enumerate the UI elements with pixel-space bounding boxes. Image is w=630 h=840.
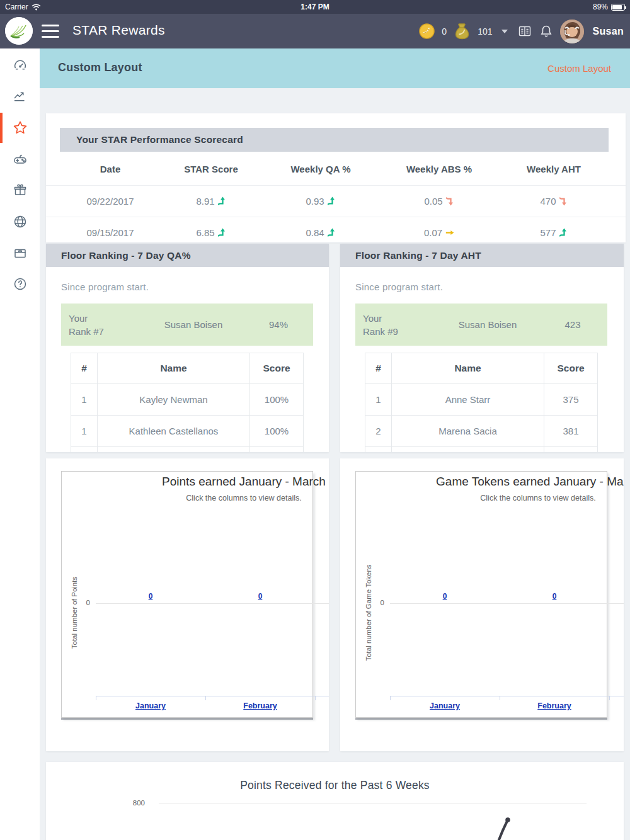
column-weekly-aht: Weekly AHT <box>497 153 610 186</box>
scorecard-title: Your STAR Performance Scorecard <box>60 128 609 152</box>
user-name[interactable]: Susan <box>592 26 624 37</box>
ledger-icon[interactable] <box>517 24 532 39</box>
weeks-chart-panel: Points Received for the Past 6 Weeks 800 <box>46 762 624 840</box>
column-rank: # <box>365 353 392 384</box>
wifi-icon <box>32 4 41 11</box>
ios-status-bar: Carrier 1:47 PM 89% <box>0 0 630 14</box>
table-row: 1 Kayley Newman 100% <box>71 384 304 416</box>
star-icon <box>12 120 28 136</box>
x-label-january[interactable]: January <box>113 701 188 710</box>
cell-date: 09/15/2017 <box>54 217 167 242</box>
app-screen: Carrier 1:47 PM 89% STAR Rewar <box>0 0 630 840</box>
your-label: Your <box>69 313 88 324</box>
app-title: STAR Rewards <box>72 23 165 38</box>
cell-score: 381 <box>544 416 598 447</box>
panel-title: Floor Ranking - 7 Day QA% <box>46 244 329 267</box>
your-name: Susan Boisen <box>437 319 538 330</box>
column-rank: # <box>71 353 98 384</box>
cell-name: Kathleen Castellanos <box>98 416 250 447</box>
your-rank-row: YourRank #7 Susan Boisen 94% <box>61 304 313 346</box>
column-score: Score <box>544 353 598 384</box>
token-count: 101 <box>478 26 492 37</box>
y-axis-tick: 0 <box>364 599 384 606</box>
ranking-header-row: # Name Score <box>365 353 598 384</box>
x-axis-line <box>96 696 329 696</box>
trend-up-icon <box>218 228 226 237</box>
sidebar-item-help[interactable] <box>0 269 40 299</box>
cell-rank: 1 <box>365 384 392 416</box>
clock-label: 1:47 PM <box>0 3 630 11</box>
trend-up-icon <box>218 196 226 206</box>
panel-note: Since program start. <box>355 281 443 292</box>
coin-count: 0 <box>442 26 447 37</box>
data-label-february[interactable]: 0 <box>241 592 279 601</box>
globe-icon <box>13 214 28 229</box>
panel-note: Since program start. <box>61 281 149 292</box>
cell-score: 100% <box>250 416 304 447</box>
gauge-icon <box>13 57 28 72</box>
y-axis-tick: 0 <box>70 599 90 606</box>
your-rank: Rank #9 <box>363 326 398 337</box>
cell-star-score: 8.91 <box>196 196 214 207</box>
coin-icon[interactable] <box>419 23 435 39</box>
x-label-january[interactable]: January <box>407 701 483 710</box>
cell-weekly-aht: 470 <box>540 196 556 207</box>
x-label-february[interactable]: February <box>222 701 298 710</box>
page-title: Custom Layout <box>58 61 142 74</box>
data-label-january[interactable]: 0 <box>426 592 464 601</box>
menu-icon[interactable] <box>42 25 59 38</box>
ranking-table: # Name Score 1 Kayley Newman 100% 1 Kath… <box>71 353 304 452</box>
cell-weekly-qa: 0.93 <box>306 196 324 207</box>
sidebar-item-dashboard[interactable] <box>0 50 40 80</box>
line-series <box>46 762 624 840</box>
avatar[interactable] <box>560 20 584 43</box>
money-bag-icon[interactable] <box>454 22 471 40</box>
column-star-score: STAR Score <box>154 153 268 186</box>
x-label-february[interactable]: February <box>517 701 592 710</box>
battery-icon <box>611 4 625 11</box>
cell-rank: 1 <box>71 416 98 447</box>
column-name: Name <box>392 353 544 384</box>
sidebar-item-performance[interactable] <box>0 81 40 111</box>
cell-weekly-aht: 577 <box>540 227 556 238</box>
y-axis-title: Total number of Game Tokens <box>365 518 375 707</box>
tokens-chart-panel: Game Tokens earned January - March Click… <box>340 458 624 751</box>
points-chart-panel: Points earned January - March Click the … <box>46 458 329 751</box>
column-date: Date <box>54 153 167 186</box>
sidebar-item-rewards[interactable] <box>0 113 40 143</box>
your-rank-row: YourRank #9 Susan Boisen 423 <box>355 304 607 346</box>
cell-weekly-abs: 0.07 <box>424 227 442 238</box>
sidebar-item-archive[interactable] <box>0 238 40 268</box>
gamepad-icon <box>13 152 28 167</box>
app-header: STAR Rewards 0 101 <box>0 14 630 48</box>
cell-name: Marena Sacia <box>392 416 544 447</box>
column-weekly-abs: Weekly ABS % <box>382 153 496 186</box>
app-logo <box>5 17 33 45</box>
column-score: Score <box>250 353 304 384</box>
chart-title: Game Tokens earned January - March <box>355 475 624 489</box>
trend-up-icon <box>559 228 568 237</box>
floor-ranking-qa-panel: Floor Ranking - 7 Day QA% Since program … <box>46 244 329 452</box>
cell-score: 375 <box>544 384 598 416</box>
data-label-february[interactable]: 0 <box>536 592 573 601</box>
sidebar-item-games[interactable] <box>0 144 40 174</box>
sidebar-item-global[interactable] <box>0 207 40 237</box>
zero-gridline <box>96 603 329 604</box>
cell-rank: 1 <box>71 384 98 416</box>
data-label-january[interactable]: 0 <box>132 592 169 601</box>
sidebar-item-gifts[interactable] <box>0 175 40 205</box>
table-row: 2 Marena Sacia 381 <box>365 416 598 447</box>
custom-layout-link[interactable]: Custom Layout <box>547 63 611 74</box>
table-row: 1 Anne Starr 375 <box>365 384 598 416</box>
chevron-down-icon[interactable] <box>501 30 508 33</box>
cell-name: Anne Starr <box>392 384 544 416</box>
table-row-clipped <box>71 447 304 452</box>
scorecard-panel: Your STAR Performance Scorecard Date STA… <box>46 113 626 242</box>
help-icon <box>13 276 28 292</box>
bell-icon[interactable] <box>539 24 553 39</box>
floor-ranking-aht-panel: Floor Ranking - 7 Day AHT Since program … <box>340 244 624 452</box>
your-label: Your <box>363 313 382 324</box>
cell-weekly-qa: 0.84 <box>306 227 324 238</box>
table-row-clipped <box>365 447 598 452</box>
trend-up-icon <box>328 228 336 237</box>
